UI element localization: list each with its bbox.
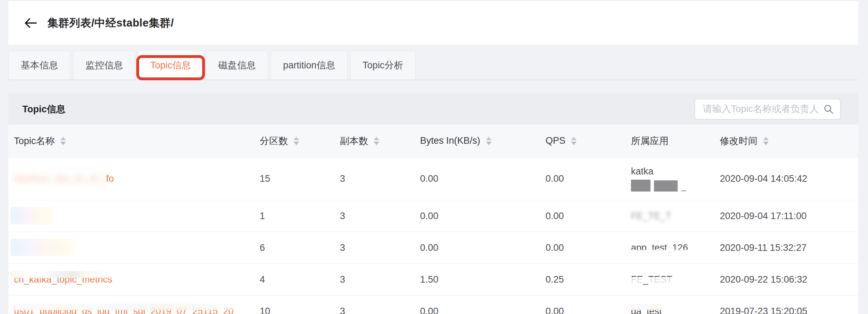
modified-time: 2020-09-11 15:32:27 — [714, 242, 858, 253]
column-header-label: 修改时间 — [720, 135, 757, 147]
partition-count: 4 — [254, 274, 334, 285]
topic-name-link[interactable]: dianfuse_das_dr_dc_ifo — [8, 173, 254, 184]
app-name-text: qa_test — [631, 306, 662, 314]
redaction-stub: _ — [681, 181, 686, 192]
replica-count: 3 — [334, 274, 414, 285]
topic-name-text: cn_kafka_topic_metrics — [14, 274, 112, 285]
tab-label: Topic分析 — [363, 59, 403, 72]
topic-name-link[interactable]: ab_test_show — [8, 242, 254, 253]
caret-down-icon — [60, 142, 66, 145]
topic-name-text: dianfuse_das_dr_dc_ifo — [14, 173, 114, 184]
bytes-in-value: 0.00 — [414, 211, 540, 222]
caret-down-icon — [374, 142, 379, 145]
app-name-redacted-blocks: _ — [631, 179, 714, 192]
modified-time: 2020-09-04 14:05:42 — [714, 173, 858, 184]
caret-down-icon — [571, 142, 577, 145]
tabs-nav: 基本信息监控信息Topic信息磁盘信息partition信息Topic分析 — [8, 51, 858, 80]
bytes-in-value: 0.00 — [414, 173, 540, 184]
panel-title: Topic信息 — [22, 103, 66, 115]
column-header-分区数[interactable]: 分区数 — [254, 135, 334, 147]
tab-label: 基本信息 — [21, 59, 58, 72]
sort-carets-icon[interactable] — [486, 137, 492, 145]
table-header-row: Topic名称分区数副本数Bytes In(KB/s)QPS所属应用修改时间 — [8, 125, 858, 157]
sort-carets-icon[interactable] — [294, 137, 299, 145]
search-box[interactable] — [694, 99, 841, 120]
app-name: qa_test — [625, 306, 714, 314]
table-row: cn_kafka_topic_metrics431.500.25FE_TEST2… — [8, 264, 858, 296]
column-header-所属应用: 所属应用 — [625, 135, 714, 147]
magnifier-icon[interactable] — [823, 104, 834, 114]
column-header-QPS[interactable]: QPS — [540, 135, 625, 146]
topic-name-link[interactable]: difuse_a — [8, 210, 254, 222]
modified-time: 2019-07-23 15:20:05 — [714, 306, 858, 314]
tab-Topic信息[interactable]: Topic信息 — [138, 51, 203, 80]
app-name-text: FE_TEST — [631, 274, 672, 285]
column-header-label: 所属应用 — [631, 135, 669, 147]
modified-time: 2020-09-22 15:06:32 — [714, 274, 858, 285]
column-header-Topic名称[interactable]: Topic名称 — [8, 135, 254, 147]
search-input[interactable] — [703, 104, 820, 114]
replica-count: 3 — [334, 306, 414, 314]
sort-carets-icon[interactable] — [60, 137, 66, 145]
app-name: FE_TEST — [625, 274, 714, 285]
page-title: 集群列表/中经stable集群/ — [47, 16, 174, 30]
column-header-修改时间[interactable]: 修改时间 — [714, 135, 858, 147]
tab-基本信息[interactable]: 基本信息 — [8, 51, 70, 80]
app-name-text: FE_TE_T — [631, 211, 671, 222]
caret-up-icon — [763, 137, 769, 140]
bytes-in-value: 1.50 — [414, 274, 540, 285]
topic-name-text: us01_publiclog_gs_log_fmt_sql_2019_07_25… — [14, 306, 234, 314]
table-body: dianfuse_das_dr_dc_ifo1530.000.00katka_2… — [8, 157, 858, 314]
column-header-label: QPS — [546, 135, 565, 146]
sort-carets-icon[interactable] — [374, 137, 379, 145]
table-row: ab_test_show630.000.00app_test_1262020-0… — [8, 232, 858, 264]
tab-partition信息[interactable]: partition信息 — [271, 51, 348, 80]
arrow-left-icon — [24, 17, 38, 29]
qps-value: 0.00 — [540, 211, 625, 222]
caret-down-icon — [294, 142, 299, 145]
topic-panel: Topic信息 Topic名称分区数副本数Bytes In(KB/s)QPS所属… — [8, 94, 858, 314]
partition-count: 10 — [254, 306, 334, 314]
app-name-text: katka — [631, 166, 654, 177]
redaction-block — [631, 180, 650, 192]
topic-name-text: ab_test_show — [14, 242, 72, 253]
tab-监控信息[interactable]: 监控信息 — [73, 51, 135, 80]
tab-label: 监控信息 — [85, 59, 123, 72]
caret-down-icon — [763, 142, 769, 145]
modified-time: 2020-09-04 17:11:00 — [714, 211, 858, 222]
caret-up-icon — [294, 137, 299, 140]
caret-down-icon — [486, 142, 492, 145]
topic-name-link[interactable]: us01_publiclog_gs_log_fmt_sql_2019_07_25… — [8, 306, 254, 314]
qps-value: 0.00 — [540, 306, 625, 314]
content-area: 集群列表/中经stable集群/ 基本信息监控信息Topic信息磁盘信息part… — [8, 0, 858, 314]
tab-label: partition信息 — [283, 59, 335, 72]
column-header-Bytes In(KB/s)[interactable]: Bytes In(KB/s) — [414, 135, 540, 146]
partition-count: 6 — [254, 242, 334, 253]
tab-磁盘信息[interactable]: 磁盘信息 — [206, 51, 268, 80]
app-name: katka_ — [625, 166, 714, 192]
column-header-副本数[interactable]: 副本数 — [334, 135, 414, 147]
column-header-label: 副本数 — [340, 135, 368, 147]
topic-name-link[interactable]: cn_kafka_topic_metrics — [8, 274, 254, 285]
tab-label: Topic信息 — [150, 59, 191, 72]
back-button[interactable] — [23, 16, 38, 30]
caret-up-icon — [374, 137, 379, 140]
app-name: FE_TE_T — [625, 211, 714, 222]
sort-carets-icon[interactable] — [763, 137, 769, 145]
table-row: us01_publiclog_gs_log_fmt_sql_2019_07_25… — [8, 296, 858, 314]
page-header: 集群列表/中经stable集群/ — [8, 1, 858, 45]
bytes-in-value: 0.00 — [414, 242, 540, 253]
tab-Topic分析[interactable]: Topic分析 — [350, 51, 416, 80]
replica-count: 3 — [334, 211, 414, 222]
replica-count: 3 — [334, 173, 414, 184]
table-row: difuse_a130.000.00FE_TE_T2020-09-04 17:1… — [8, 200, 858, 232]
qps-value: 0.00 — [540, 242, 625, 253]
tab-label: 磁盘信息 — [218, 59, 256, 72]
qps-value: 0.25 — [540, 274, 625, 285]
app-name-text: app_test_126 — [631, 242, 688, 253]
sort-carets-icon[interactable] — [571, 137, 577, 145]
replica-count: 3 — [334, 242, 414, 253]
bytes-in-value: 0.00 — [414, 306, 540, 314]
redaction-block — [654, 180, 678, 192]
column-header-label: 分区数 — [260, 135, 288, 147]
